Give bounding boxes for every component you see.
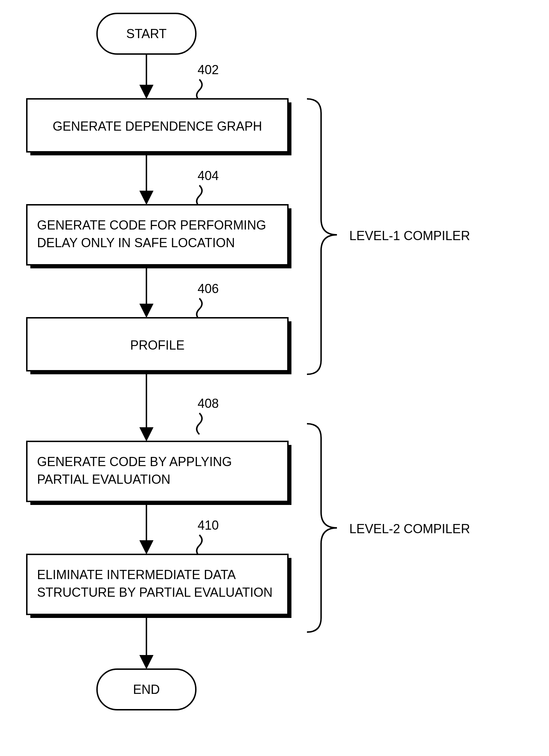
step-404: GENERATE CODE FOR PERFORMING DELAY ONLY … (27, 205, 291, 268)
group-level1-label: LEVEL-1 COMPILER (349, 228, 470, 243)
svg-rect-19 (27, 554, 288, 614)
end-label: END (133, 682, 160, 697)
svg-marker-13 (139, 427, 153, 441)
svg-rect-7 (27, 205, 288, 265)
svg-marker-21 (139, 655, 153, 669)
step-402: GENERATE DEPENDENCE GRAPH (27, 99, 291, 155)
ref-406: 406 (198, 281, 219, 296)
brace-level-2 (307, 424, 337, 632)
ref-404: 404 (198, 168, 219, 183)
ref-402: 402 (198, 62, 219, 77)
step-404-label-2: DELAY ONLY IN SAFE LOCATION (37, 236, 235, 250)
svg-marker-9 (139, 304, 153, 318)
brace-level-1 (307, 99, 337, 374)
group-level2-label: LEVEL-2 COMPILER (349, 522, 470, 536)
flowchart: START 402 GENERATE DEPENDENCE GRAPH 404 … (0, 0, 549, 756)
step-408-label-2: PARTIAL EVALUATION (37, 472, 170, 487)
step-410-label-1: ELIMINATE INTERMEDIATE DATA (37, 567, 236, 582)
svg-marker-1 (139, 85, 153, 99)
svg-marker-17 (139, 540, 153, 554)
step-404-label-1: GENERATE CODE FOR PERFORMING (37, 218, 266, 232)
step-402-label: GENERATE DEPENDENCE GRAPH (53, 119, 262, 133)
step-406: PROFILE (27, 318, 291, 374)
step-408-label-1: GENERATE CODE BY APPLYING (37, 454, 232, 469)
step-410-label-2: STRUCTURE BY PARTIAL EVALUATION (37, 585, 272, 600)
svg-rect-15 (27, 441, 288, 501)
step-410: ELIMINATE INTERMEDIATE DATA STRUCTURE BY… (27, 554, 291, 618)
start-label: START (126, 26, 167, 41)
svg-marker-5 (139, 191, 153, 205)
ref-408: 408 (198, 396, 219, 411)
step-408: GENERATE CODE BY APPLYING PARTIAL EVALUA… (27, 441, 291, 505)
ref-410: 410 (198, 518, 219, 532)
step-406-label: PROFILE (130, 338, 185, 352)
